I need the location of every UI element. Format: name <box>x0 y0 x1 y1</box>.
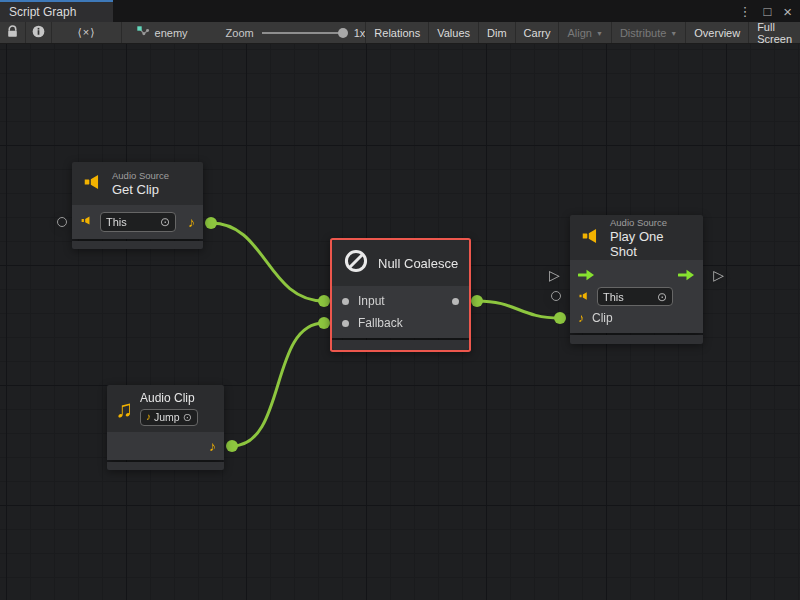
port-getclip-this-input[interactable] <box>57 217 67 227</box>
node-port-row: This ⊙ ♪ <box>72 205 203 239</box>
graph-icon <box>136 25 150 41</box>
node-footer <box>72 241 203 249</box>
object-picker-icon[interactable]: ⊙ <box>657 291 667 303</box>
double-note-icon: ♫ <box>115 397 133 421</box>
node-title: Get Clip <box>112 182 169 197</box>
node-null-coalesce[interactable]: Null Coalesce Input Fallback <box>332 240 469 350</box>
port-null-input[interactable] <box>318 295 330 307</box>
flow-in-port[interactable]: ▷ <box>549 268 560 282</box>
audio-source-icon <box>82 171 104 197</box>
port-null-fallback[interactable] <box>318 317 330 329</box>
window-controls: ⋮ □ × <box>738 0 800 22</box>
values-button[interactable]: Values <box>428 22 478 43</box>
result-port-dot[interactable] <box>452 298 459 305</box>
node-footer <box>332 340 469 350</box>
input-port-row: Input <box>332 290 469 312</box>
node-header: ♫ Audio Clip ♪ Jump ⊙ <box>107 385 224 432</box>
graph-canvas[interactable]: Audio Source Get Clip This ⊙ ♪ <box>0 44 800 600</box>
dim-label: Dim <box>487 27 507 39</box>
close-icon[interactable]: × <box>783 4 792 19</box>
zoom-value: 1x <box>354 27 366 39</box>
zoom-slider-handle[interactable] <box>338 28 348 38</box>
tab-title: Script Graph <box>9 5 76 19</box>
audio-source-icon <box>80 213 93 231</box>
fallback-port-label: Fallback <box>358 316 403 330</box>
distribute-label: Distribute <box>620 27 666 39</box>
toolbar-buttons: Relations Values Dim Carry Align ▼ Distr… <box>365 22 800 43</box>
distribute-button[interactable]: Distribute ▼ <box>611 22 685 43</box>
music-note-icon: ♪ <box>146 412 151 422</box>
node-audio-clip[interactable]: ♫ Audio Clip ♪ Jump ⊙ ♪ <box>107 385 224 470</box>
music-note-icon: ♪ <box>578 312 584 324</box>
align-button[interactable]: Align ▼ <box>558 22 610 43</box>
flow-out-port[interactable]: ▷ <box>713 268 724 282</box>
node-get-clip[interactable]: Audio Source Get Clip This ⊙ ♪ <box>72 162 203 249</box>
wire-output-to-clip[interactable] <box>477 301 560 318</box>
node-header: Audio Source Get Clip <box>72 162 203 205</box>
embed-icon: ⟨×⟩ <box>77 26 95 39</box>
node-play-one-shot[interactable]: Audio Source Play One Shot <box>570 215 703 344</box>
flow-in-arrow-icon[interactable] <box>578 267 595 285</box>
this-port-row: This ⊙ <box>570 286 703 307</box>
values-label: Values <box>437 27 470 39</box>
fallback-port-dot[interactable] <box>342 320 349 327</box>
port-audioclip-output[interactable] <box>226 440 238 452</box>
node-port-area: This ⊙ ♪ Clip <box>570 260 703 333</box>
node-header: Audio Source Play One Shot <box>570 215 703 260</box>
overview-button[interactable]: Overview <box>685 22 748 43</box>
audio-source-icon <box>578 288 590 306</box>
zoom-label: Zoom <box>226 27 254 39</box>
fullscreen-label: Full Screen <box>757 21 792 45</box>
graph-toolbar: ⟨×⟩ enemy Zoom 1x Relations Values Dim C… <box>0 22 800 44</box>
object-picker-icon[interactable]: ⊙ <box>160 216 170 228</box>
this-value: This <box>106 216 127 228</box>
embed-graph-button[interactable]: ⟨×⟩ <box>52 22 121 43</box>
flow-out-arrow-icon[interactable] <box>678 267 695 285</box>
object-picker-icon[interactable]: ⊙ <box>183 412 192 423</box>
node-title: Null Coalesce <box>378 256 458 271</box>
relations-button[interactable]: Relations <box>365 22 428 43</box>
port-getclip-output[interactable] <box>205 217 217 229</box>
info-button[interactable] <box>26 22 52 43</box>
graph-name: enemy <box>155 27 188 39</box>
clip-port-row: ♪ Clip <box>570 307 703 328</box>
node-port-area: Input Fallback <box>332 286 469 338</box>
tab-script-graph[interactable]: Script Graph <box>0 0 113 22</box>
port-playoneshot-clip[interactable] <box>554 312 566 324</box>
overview-label: Overview <box>694 27 740 39</box>
node-port-row: ♪ <box>107 432 224 460</box>
menu-icon[interactable]: ⋮ <box>738 5 751 18</box>
zoom-control: Zoom 1x <box>198 22 366 43</box>
input-port-dot[interactable] <box>342 298 349 305</box>
tab-bar: Script Graph ⋮ □ × <box>0 0 800 22</box>
this-value: This <box>603 291 624 303</box>
carry-label: Carry <box>524 27 551 39</box>
audio-source-icon <box>580 225 602 251</box>
chevron-down-icon: ▼ <box>670 30 677 37</box>
wire-getclip-to-input[interactable] <box>211 223 324 301</box>
graph-breadcrumb[interactable]: enemy <box>122 22 198 43</box>
null-coalesce-icon <box>342 247 370 279</box>
input-port-label: Input <box>358 294 385 308</box>
relations-label: Relations <box>374 27 420 39</box>
clip-value-field[interactable]: ♪ Jump ⊙ <box>140 409 198 426</box>
maximize-icon[interactable]: □ <box>763 5 771 18</box>
this-dropdown[interactable]: This ⊙ <box>100 212 176 232</box>
lock-button[interactable] <box>0 22 26 43</box>
node-title: Audio Clip <box>140 391 198 406</box>
fullscreen-button[interactable]: Full Screen <box>748 22 800 43</box>
dim-button[interactable]: Dim <box>478 22 515 43</box>
wire-audioclip-to-fallback[interactable] <box>232 323 324 446</box>
fallback-port-row: Fallback <box>332 312 469 334</box>
this-dropdown[interactable]: This ⊙ <box>597 287 673 306</box>
music-note-icon: ♪ <box>188 215 195 229</box>
unity-script-graph-window: Script Graph ⋮ □ × ⟨×⟩ enemy <box>0 0 800 600</box>
node-header: Null Coalesce <box>332 240 469 286</box>
clip-value: Jump <box>154 411 180 423</box>
this-port[interactable] <box>551 291 561 301</box>
zoom-slider[interactable] <box>262 32 346 34</box>
node-footer <box>107 462 224 470</box>
node-category: Audio Source <box>112 170 169 182</box>
port-null-output[interactable] <box>471 295 483 307</box>
carry-button[interactable]: Carry <box>515 22 559 43</box>
